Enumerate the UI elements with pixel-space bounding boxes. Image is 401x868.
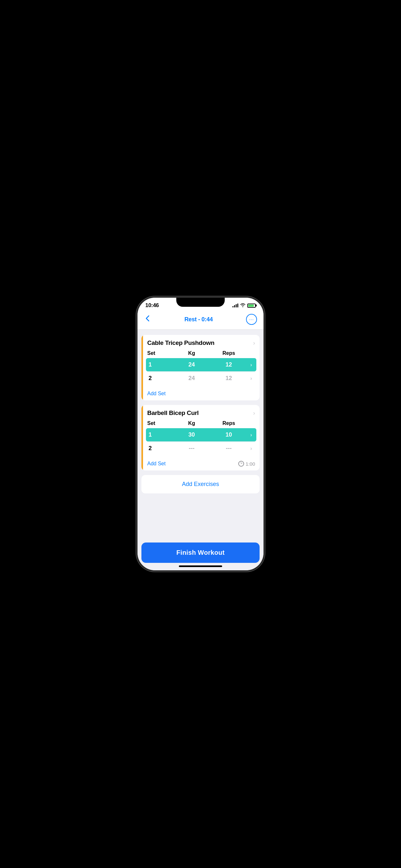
set-kg-2-2: --- <box>173 445 210 452</box>
finish-workout-button[interactable]: Finish Workout <box>142 542 259 563</box>
set-chevron-2-1[interactable]: › <box>247 432 255 438</box>
exercise-name-2: Barbell Bicep Curl <box>147 409 198 416</box>
exercise-card-1: Cable Tricep Pushdown › Set Kg Reps <box>142 335 259 400</box>
add-set-row-2: Add Set 1:00 <box>142 458 259 470</box>
set-column-headers-2: Set Kg Reps <box>147 418 255 428</box>
col-header-action-1 <box>247 350 255 356</box>
phone-screen: 10:46 <box>137 298 264 570</box>
battery-icon <box>247 304 256 308</box>
more-options-button[interactable]: ··· <box>246 314 257 325</box>
set-reps-1-1: 12 <box>210 361 247 368</box>
bottom-section: Finish Workout <box>137 540 264 570</box>
scrollable-content: Cable Tricep Pushdown › Set Kg Reps <box>137 330 264 540</box>
rest-timer-badge[interactable]: 1:00 <box>238 461 255 467</box>
add-exercises-button[interactable]: Add Exercises <box>182 481 219 488</box>
battery-fill <box>248 305 254 307</box>
wifi-icon <box>240 303 245 308</box>
set-kg-1-1: 24 <box>173 361 210 368</box>
set-num-2-2: 2 <box>147 445 173 452</box>
exercise-detail-chevron-1[interactable]: › <box>253 340 255 346</box>
set-row-2-1[interactable]: 1 30 10 › <box>146 428 256 441</box>
exercise-header-2: Barbell Bicep Curl › <box>142 405 259 418</box>
set-num-1-1: 1 <box>147 361 173 368</box>
col-header-action-2 <box>247 421 255 426</box>
set-reps-2-2: --- <box>210 445 247 452</box>
set-num-2-1: 1 <box>147 431 173 438</box>
set-row-1-2[interactable]: 2 24 12 › <box>147 372 255 385</box>
timer-icon <box>238 461 244 467</box>
exercise-detail-chevron-2[interactable]: › <box>253 410 255 416</box>
add-set-button-2[interactable]: Add Set <box>147 461 166 467</box>
home-indicator <box>179 565 222 567</box>
add-set-button-1[interactable]: Add Set <box>147 391 166 397</box>
col-header-kg-2: Kg <box>173 421 210 426</box>
exercise-name-1: Cable Tricep Pushdown <box>147 339 214 346</box>
set-reps-2-1: 10 <box>210 431 247 438</box>
set-chevron-2-2[interactable]: › <box>247 445 255 452</box>
set-column-headers-1: Set Kg Reps <box>147 348 255 358</box>
back-chevron-button[interactable] <box>144 315 151 324</box>
set-row-1-1[interactable]: 1 24 12 › <box>146 358 256 371</box>
set-kg-2-1: 30 <box>173 431 210 438</box>
notch <box>176 298 225 307</box>
col-header-reps-2: Reps <box>210 421 247 426</box>
status-time: 10:46 <box>145 302 159 309</box>
col-header-kg-1: Kg <box>173 350 210 356</box>
ellipsis-icon: ··· <box>249 317 254 321</box>
exercise-header-1: Cable Tricep Pushdown › <box>142 335 259 348</box>
exercise-accent-border-2 <box>142 405 143 470</box>
set-chevron-1-2[interactable]: › <box>247 376 255 381</box>
status-icons <box>233 303 256 308</box>
set-reps-1-2: 12 <box>210 375 247 382</box>
exercise-card-2: Barbell Bicep Curl › Set Kg Reps <box>142 405 259 470</box>
col-header-reps-1: Reps <box>210 350 247 356</box>
exercise-accent-border <box>142 335 143 400</box>
set-chevron-1-1[interactable]: › <box>247 362 255 368</box>
col-header-set-2: Set <box>147 421 173 426</box>
phone-frame: 10:46 <box>137 298 264 570</box>
header: Rest - 0:44 ··· <box>137 310 264 330</box>
set-table-2: Set Kg Reps 1 30 10 › <box>142 418 259 458</box>
signal-bars-icon <box>233 304 238 307</box>
set-num-1-2: 2 <box>147 375 173 382</box>
add-set-row-1: Add Set <box>142 388 259 400</box>
set-kg-1-2: 24 <box>173 375 210 382</box>
add-exercises-card[interactable]: Add Exercises <box>142 475 259 493</box>
set-row-2-2[interactable]: 2 --- --- › <box>147 442 255 455</box>
timer-label: 1:00 <box>246 461 255 467</box>
col-header-set-1: Set <box>147 350 173 356</box>
header-title: Rest - 0:44 <box>184 316 213 323</box>
set-table-1: Set Kg Reps 1 24 12 › <box>142 348 259 388</box>
